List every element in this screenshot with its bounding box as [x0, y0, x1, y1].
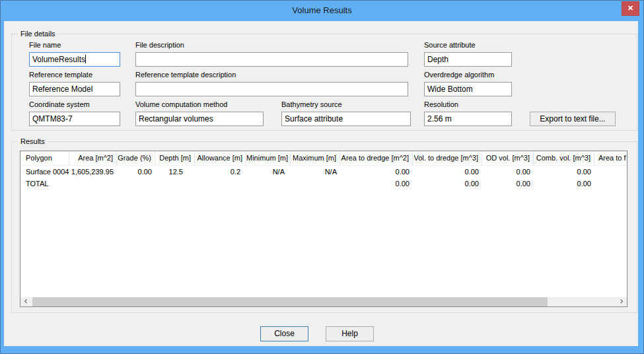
column-header-depth[interactable]: Depth [m] [155, 151, 195, 165]
table-cell [246, 178, 291, 190]
close-button[interactable]: ✕ [622, 1, 639, 16]
file-details-group: File details File name VolumeResults Fil… [11, 34, 637, 131]
table-cell [155, 178, 195, 190]
resolution-input[interactable]: 2.56 m [424, 112, 512, 126]
column-header-area-to-dredge[interactable]: Area to dredge [m^2] [340, 151, 413, 165]
table-cell [195, 178, 246, 190]
column-header-polygon[interactable]: Polygon [20, 151, 69, 165]
results-legend: Results [18, 137, 48, 146]
file-name-input[interactable]: VolumeResults [29, 52, 120, 67]
table-row[interactable]: TOTAL 0.00 0.00 0.00 0.00 [20, 178, 627, 190]
overdredge-algorithm-input[interactable]: Wide Bottom [424, 82, 512, 96]
table-cell: 0.00 [413, 166, 482, 178]
table-row[interactable]: Surface 0004 1,605,239.95 0.00 12.5 0.2 … [20, 166, 627, 178]
scroll-thumb[interactable] [32, 297, 548, 306]
file-description-input[interactable] [135, 52, 408, 67]
table-cell [291, 178, 340, 190]
column-header-area-to-fill[interactable]: Area to f [594, 151, 627, 165]
column-header-allowance[interactable]: Allowance [m] [195, 151, 246, 165]
window-title: Volume Results [292, 5, 351, 15]
table-cell [117, 178, 155, 190]
scroll-right-icon[interactable]: › [616, 297, 627, 306]
reference-template-description-label: Reference template description [135, 71, 236, 79]
close-dialog-button[interactable]: Close [260, 326, 308, 341]
file-name-value: VolumeResults [32, 55, 85, 64]
source-attribute-input[interactable]: Depth [424, 52, 512, 67]
results-group: Results Polygon Area [m^2] Grade (%) Dep… [11, 141, 637, 313]
file-details-legend: File details [18, 29, 58, 38]
coordinate-system-label: Coordinate system [29, 100, 90, 109]
table-cell [69, 178, 117, 190]
volume-computation-method-input[interactable]: Rectangular volumes [135, 112, 264, 126]
column-header-maximum[interactable]: Maximum [m] [291, 151, 340, 165]
table-cell: 0.00 [534, 178, 594, 190]
reference-template-input[interactable]: Reference Model [29, 82, 120, 96]
table-cell [594, 178, 627, 190]
table-cell: Surface 0004 [20, 166, 69, 178]
table-cell: 0.00 [534, 166, 594, 178]
reference-template-label: Reference template [29, 71, 92, 79]
export-to-text-file-button[interactable]: Export to text file... [530, 112, 616, 126]
table-cell: 0.2 [195, 166, 246, 178]
table-cell: N/A [291, 166, 340, 178]
dialog-content: File details File name VolumeResults Fil… [4, 21, 638, 346]
table-cell: 12.5 [155, 166, 195, 178]
bathymetry-source-label: Bathymetry source [281, 100, 342, 109]
resolution-label: Resolution [424, 100, 458, 109]
table-cell: 0.00 [482, 166, 534, 178]
column-header-grade[interactable]: Grade (%) [117, 151, 155, 165]
table-cell: 1,605,239.95 [69, 166, 117, 178]
column-header-od-vol[interactable]: OD vol. [m^3] [482, 151, 534, 165]
overdredge-algorithm-label: Overdredge algorithm [424, 71, 494, 79]
table-cell: 0.00 [340, 178, 413, 190]
volume-computation-method-label: Volume computation method [135, 100, 227, 109]
horizontal-scrollbar[interactable]: ‹ › [20, 297, 627, 306]
table-cell: N/A [246, 166, 291, 178]
volume-results-dialog: Volume Results ✕ File details File name … [0, 0, 644, 354]
bathymetry-source-input[interactable]: Surface attribute [281, 112, 411, 126]
table-cell: 0.00 [117, 166, 155, 178]
table-cell [594, 166, 627, 178]
text-caret [85, 55, 86, 63]
results-table: Polygon Area [m^2] Grade (%) Depth [m] A… [20, 151, 627, 307]
help-button[interactable]: Help [326, 326, 374, 341]
column-header-minimum[interactable]: Minimum [m] [246, 151, 291, 165]
titlebar: Volume Results [1, 1, 643, 20]
table-header-row: Polygon Area [m^2] Grade (%) Depth [m] A… [20, 151, 627, 166]
close-icon: ✕ [627, 4, 633, 12]
reference-template-description-input[interactable] [135, 82, 408, 96]
column-header-vol-to-dredge[interactable]: Vol. to dredge [m^3] [413, 151, 482, 165]
table-cell: TOTAL [20, 178, 69, 190]
scroll-left-icon[interactable]: ‹ [20, 297, 31, 306]
column-header-area[interactable]: Area [m^2] [69, 151, 117, 165]
file-name-label: File name [29, 41, 61, 50]
table-cell: 0.00 [482, 178, 534, 190]
coordinate-system-input[interactable]: QMTM83-7 [29, 112, 120, 126]
table-cell: 0.00 [340, 166, 413, 178]
file-description-label: File description [135, 41, 184, 50]
column-header-comb-vol[interactable]: Comb. vol. [m^3] [534, 151, 594, 165]
source-attribute-label: Source attribute [424, 41, 476, 50]
table-cell: 0.00 [413, 178, 482, 190]
